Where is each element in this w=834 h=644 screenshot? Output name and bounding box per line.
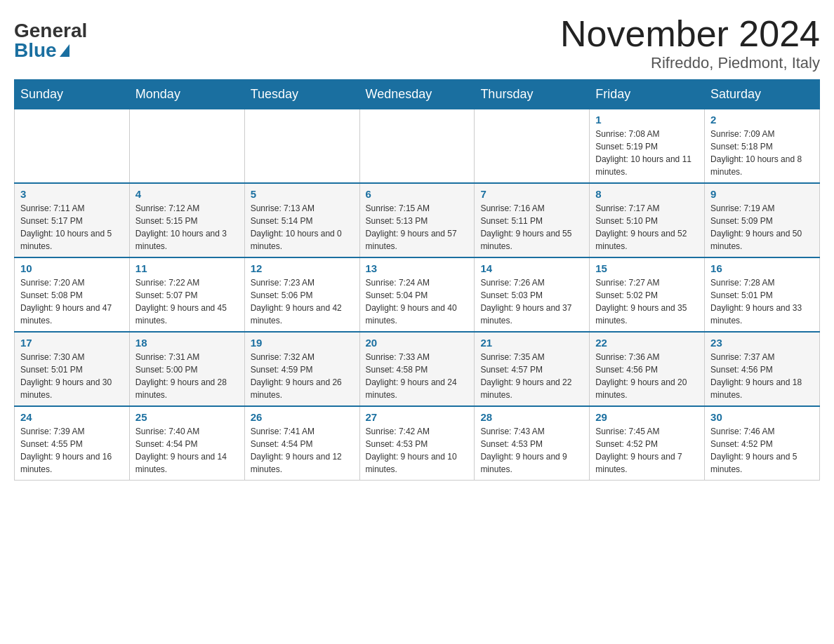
day-info: Sunrise: 7:09 AMSunset: 5:18 PMDaylight:… [710, 128, 814, 178]
calendar-cell: 19Sunrise: 7:32 AMSunset: 4:59 PMDayligh… [244, 332, 359, 406]
weekday-header-row: SundayMondayTuesdayWednesdayThursdayFrid… [15, 80, 820, 109]
calendar-cell [244, 109, 359, 184]
day-info: Sunrise: 7:41 AMSunset: 4:54 PMDaylight:… [251, 425, 354, 476]
calendar-cell [129, 109, 244, 184]
day-info: Sunrise: 7:36 AMSunset: 4:56 PMDaylight:… [595, 351, 699, 401]
week-row-1: 1Sunrise: 7:08 AMSunset: 5:19 PMDaylight… [15, 109, 820, 184]
calendar-cell: 29Sunrise: 7:45 AMSunset: 4:52 PMDayligh… [590, 406, 705, 481]
calendar-cell: 27Sunrise: 7:42 AMSunset: 4:53 PMDayligh… [359, 406, 475, 481]
day-number: 2 [710, 114, 814, 126]
day-info: Sunrise: 7:42 AMSunset: 4:53 PMDaylight:… [366, 425, 469, 476]
calendar-cell: 3Sunrise: 7:11 AMSunset: 5:17 PMDaylight… [15, 183, 130, 257]
calendar-cell: 14Sunrise: 7:26 AMSunset: 5:03 PMDayligh… [475, 257, 590, 332]
day-number: 7 [480, 188, 583, 200]
day-number: 22 [595, 337, 699, 349]
calendar-cell: 11Sunrise: 7:22 AMSunset: 5:07 PMDayligh… [129, 257, 244, 332]
day-info: Sunrise: 7:30 AMSunset: 5:01 PMDaylight:… [20, 351, 124, 401]
day-info: Sunrise: 7:45 AMSunset: 4:52 PMDaylight:… [595, 425, 699, 476]
day-number: 8 [595, 188, 699, 200]
week-row-3: 10Sunrise: 7:20 AMSunset: 5:08 PMDayligh… [15, 257, 820, 332]
weekday-header-saturday: Saturday [705, 80, 820, 109]
day-number: 21 [480, 337, 583, 349]
calendar-cell: 24Sunrise: 7:39 AMSunset: 4:55 PMDayligh… [15, 406, 130, 481]
day-info: Sunrise: 7:15 AMSunset: 5:13 PMDaylight:… [366, 202, 469, 253]
calendar-cell: 23Sunrise: 7:37 AMSunset: 4:56 PMDayligh… [705, 332, 820, 406]
day-info: Sunrise: 7:17 AMSunset: 5:10 PMDaylight:… [595, 202, 699, 253]
day-number: 17 [20, 337, 124, 349]
day-info: Sunrise: 7:43 AMSunset: 4:53 PMDaylight:… [480, 425, 583, 476]
calendar-cell: 22Sunrise: 7:36 AMSunset: 4:56 PMDayligh… [590, 332, 705, 406]
day-number: 19 [251, 337, 354, 349]
week-row-2: 3Sunrise: 7:11 AMSunset: 5:17 PMDaylight… [15, 183, 820, 257]
day-number: 26 [251, 411, 354, 423]
calendar-cell: 1Sunrise: 7:08 AMSunset: 5:19 PMDaylight… [590, 109, 705, 184]
calendar-cell: 30Sunrise: 7:46 AMSunset: 4:52 PMDayligh… [705, 406, 820, 481]
day-number: 14 [480, 262, 583, 274]
day-number: 9 [710, 188, 814, 200]
weekday-header-wednesday: Wednesday [359, 80, 475, 109]
day-number: 23 [710, 337, 814, 349]
calendar-cell [15, 109, 130, 184]
logo: General Blue [14, 14, 87, 60]
day-number: 5 [251, 188, 354, 200]
calendar-cell: 20Sunrise: 7:33 AMSunset: 4:58 PMDayligh… [359, 332, 475, 406]
day-info: Sunrise: 7:32 AMSunset: 4:59 PMDaylight:… [251, 351, 354, 401]
day-info: Sunrise: 7:31 AMSunset: 5:00 PMDaylight:… [135, 351, 239, 401]
day-number: 1 [595, 114, 699, 126]
logo-triangle-icon [60, 44, 70, 57]
day-info: Sunrise: 7:26 AMSunset: 5:03 PMDaylight:… [480, 276, 583, 327]
calendar-cell: 5Sunrise: 7:13 AMSunset: 5:14 PMDaylight… [244, 183, 359, 257]
calendar-cell: 6Sunrise: 7:15 AMSunset: 5:13 PMDaylight… [359, 183, 475, 257]
day-info: Sunrise: 7:22 AMSunset: 5:07 PMDaylight:… [135, 276, 239, 327]
day-info: Sunrise: 7:46 AMSunset: 4:52 PMDaylight:… [710, 425, 814, 476]
day-number: 11 [135, 262, 239, 274]
day-number: 16 [710, 262, 814, 274]
calendar-cell: 8Sunrise: 7:17 AMSunset: 5:10 PMDaylight… [590, 183, 705, 257]
title-block: November 2024 Rifreddo, Piedmont, Italy [560, 14, 820, 72]
day-info: Sunrise: 7:33 AMSunset: 4:58 PMDaylight:… [366, 351, 469, 401]
day-number: 27 [366, 411, 469, 423]
day-info: Sunrise: 7:40 AMSunset: 4:54 PMDaylight:… [135, 425, 239, 476]
logo-blue-text: Blue [14, 41, 70, 60]
day-info: Sunrise: 7:12 AMSunset: 5:15 PMDaylight:… [135, 202, 239, 253]
location-subtitle: Rifreddo, Piedmont, Italy [560, 54, 820, 72]
day-number: 24 [20, 411, 124, 423]
day-info: Sunrise: 7:39 AMSunset: 4:55 PMDaylight:… [20, 425, 124, 476]
weekday-header-friday: Friday [590, 80, 705, 109]
day-info: Sunrise: 7:08 AMSunset: 5:19 PMDaylight:… [595, 128, 699, 178]
day-info: Sunrise: 7:19 AMSunset: 5:09 PMDaylight:… [710, 202, 814, 253]
calendar-cell: 21Sunrise: 7:35 AMSunset: 4:57 PMDayligh… [475, 332, 590, 406]
day-info: Sunrise: 7:27 AMSunset: 5:02 PMDaylight:… [595, 276, 699, 327]
calendar-cell: 15Sunrise: 7:27 AMSunset: 5:02 PMDayligh… [590, 257, 705, 332]
weekday-header-monday: Monday [129, 80, 244, 109]
weekday-header-thursday: Thursday [475, 80, 590, 109]
calendar-cell: 28Sunrise: 7:43 AMSunset: 4:53 PMDayligh… [475, 406, 590, 481]
calendar-cell: 4Sunrise: 7:12 AMSunset: 5:15 PMDaylight… [129, 183, 244, 257]
day-number: 29 [595, 411, 699, 423]
calendar-cell: 10Sunrise: 7:20 AMSunset: 5:08 PMDayligh… [15, 257, 130, 332]
calendar-cell: 9Sunrise: 7:19 AMSunset: 5:09 PMDaylight… [705, 183, 820, 257]
day-number: 10 [20, 262, 124, 274]
calendar-cell [475, 109, 590, 184]
logo-general-text: General [14, 21, 87, 41]
day-number: 12 [251, 262, 354, 274]
weekday-header-tuesday: Tuesday [244, 80, 359, 109]
month-title: November 2024 [560, 14, 820, 54]
calendar-cell: 2Sunrise: 7:09 AMSunset: 5:18 PMDaylight… [705, 109, 820, 184]
day-info: Sunrise: 7:35 AMSunset: 4:57 PMDaylight:… [480, 351, 583, 401]
calendar-table: SundayMondayTuesdayWednesdayThursdayFrid… [14, 79, 820, 481]
calendar-cell: 7Sunrise: 7:16 AMSunset: 5:11 PMDaylight… [475, 183, 590, 257]
week-row-4: 17Sunrise: 7:30 AMSunset: 5:01 PMDayligh… [15, 332, 820, 406]
day-number: 28 [480, 411, 583, 423]
calendar-cell: 18Sunrise: 7:31 AMSunset: 5:00 PMDayligh… [129, 332, 244, 406]
day-info: Sunrise: 7:13 AMSunset: 5:14 PMDaylight:… [251, 202, 354, 253]
calendar-cell: 26Sunrise: 7:41 AMSunset: 4:54 PMDayligh… [244, 406, 359, 481]
day-number: 13 [366, 262, 469, 274]
day-info: Sunrise: 7:28 AMSunset: 5:01 PMDaylight:… [710, 276, 814, 327]
day-number: 25 [135, 411, 239, 423]
day-info: Sunrise: 7:23 AMSunset: 5:06 PMDaylight:… [251, 276, 354, 327]
calendar-cell: 16Sunrise: 7:28 AMSunset: 5:01 PMDayligh… [705, 257, 820, 332]
day-number: 4 [135, 188, 239, 200]
calendar-cell: 12Sunrise: 7:23 AMSunset: 5:06 PMDayligh… [244, 257, 359, 332]
day-info: Sunrise: 7:16 AMSunset: 5:11 PMDaylight:… [480, 202, 583, 253]
